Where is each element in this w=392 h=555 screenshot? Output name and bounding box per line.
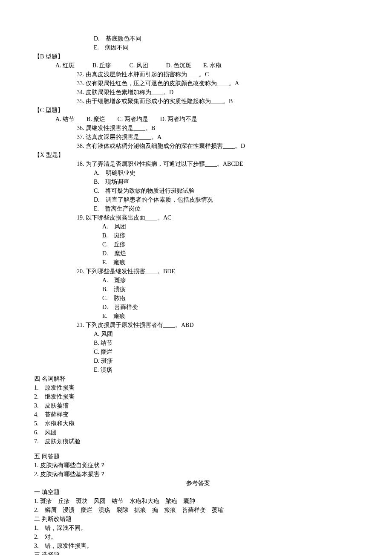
qa-header: 五 问答题 — [34, 452, 362, 461]
terms-header: 四 名词解释 — [34, 374, 362, 383]
term-1: 1. 原发性损害 — [34, 383, 362, 392]
q37: 37. 达真皮深层的损害是____。A — [34, 133, 362, 142]
b-type-choices: A. 红斑 B. 丘疹 C. 风团 D. 色沉斑 E. 水疱 — [34, 61, 362, 70]
q18-d: D. 调查了解患者的个体素质，包括皮肤情况 — [34, 195, 362, 204]
choice-ans-header: 三 选择题 — [34, 550, 362, 555]
q19-a: A. 风团 — [34, 222, 362, 231]
q32: 32. 由真皮浅层急性水肿而引起的损害称为____。C — [34, 70, 362, 79]
judge-header: 二 判断改错题 — [34, 515, 362, 523]
q21-b: B. 结节 — [34, 338, 362, 347]
q38: 38. 含有液体或粘稠分泌物及细胞成分的深在性囊样损害____。D — [34, 142, 362, 150]
q21-c: C. 糜烂 — [34, 347, 362, 356]
q20-c: C. 脓疱 — [34, 294, 362, 303]
judge-2: 2. 对。 — [34, 532, 362, 541]
fill-header: 一 填空题 — [34, 488, 362, 497]
q35: 35. 由于细胞增多或聚集而形成小的实质性隆起称为____。B — [34, 97, 362, 106]
judge-3: 3. 错，原发性损害。 — [34, 541, 362, 550]
q36: 36. 属继发性损害的是____。B — [34, 124, 362, 133]
q19-e: E. 瘢痕 — [34, 258, 362, 267]
q19-stem: 19. 以下哪些皮损高出皮面____。AC — [34, 213, 362, 222]
term-5: 5. 水疱和大疱 — [34, 419, 362, 428]
b-type-header: 【B 型题】 — [34, 52, 362, 61]
q21-stem: 21. 下列皮损属于原发性损害者有____。ABD — [34, 321, 362, 330]
q20-a: A. 斑疹 — [34, 276, 362, 285]
q19-b: B. 斑疹 — [34, 231, 362, 240]
answers-title: 参考答案 — [34, 479, 362, 488]
term-3: 3. 皮肤萎缩 — [34, 401, 362, 410]
c-type-header: 【C 型题】 — [34, 106, 362, 115]
q18-a: A. 明确职业史 — [34, 168, 362, 177]
q18-e: E. 暂离生产岗位 — [34, 204, 362, 213]
qa-2: 2. 皮肤病有哪些基本损害？ — [34, 470, 362, 479]
x-type-header: 【X 型题】 — [34, 150, 362, 159]
q18-c: C. 将可疑为致敏的物质进行斑贴试验 — [34, 186, 362, 195]
q20-e: E. 瘢痕 — [34, 312, 362, 321]
term-7: 7. 皮肤划痕试验 — [34, 437, 362, 446]
fill-2: 2. 鳞屑 浸渍 糜烂 溃疡 裂隙 抓痕 痂 瘢痕 苔藓样变 萎缩 — [34, 506, 362, 515]
option-e: E. 病因不同 — [34, 43, 362, 52]
fill-1: 1. 斑疹 丘疹 斑块 风团 结节 水疱和大疱 脓疱 囊肿 — [34, 497, 362, 506]
q20-stem: 20. 下列哪些是继发性损害____。BDE — [34, 267, 362, 276]
q21-a: A. 风团 — [34, 330, 362, 338]
q33: 33. 仅有限局性红色，压之可退色的皮肤颜色改变称为____。A — [34, 79, 362, 88]
term-4: 4. 苔藓样变 — [34, 410, 362, 419]
q20-b: B. 溃疡 — [34, 285, 362, 294]
term-2: 2. 继发性损害 — [34, 392, 362, 401]
term-6: 6. 风团 — [34, 428, 362, 437]
judge-1: 1. 错，深浅不同。 — [34, 523, 362, 532]
q18-stem: 18. 为了弄清是否属职业性疾病，可通过以下步骤____。ABCDE — [34, 159, 362, 168]
option-d: D. 基底颜色不同 — [34, 34, 362, 43]
q19-d: D. 糜烂 — [34, 249, 362, 258]
q20-d: D. 苔藓样变 — [34, 303, 362, 312]
q34: 34. 皮肤局限性色素增加称为____。D — [34, 88, 362, 97]
q21-d: D. 斑疹 — [34, 356, 362, 365]
q21-e: E. 溃疡 — [34, 365, 362, 374]
q18-b: B. 现场调查 — [34, 177, 362, 186]
c-type-choices: A. 结节 B. 糜烂 C. 两者均是 D. 两者均不是 — [34, 115, 362, 124]
qa-1: 1. 皮肤病有哪些自觉症状？ — [34, 461, 362, 470]
q19-c: C. 丘疹 — [34, 240, 362, 249]
